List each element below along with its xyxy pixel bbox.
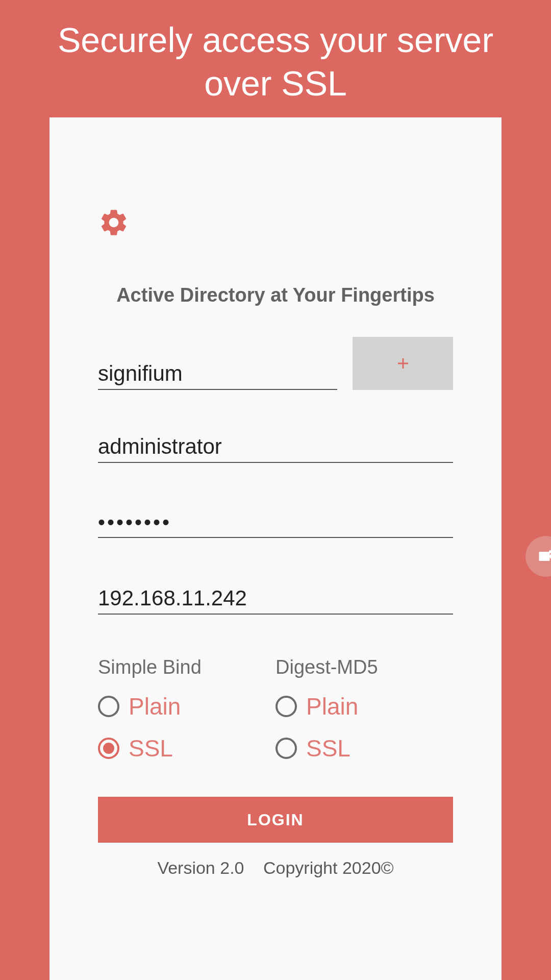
radio-simple-plain[interactable]: Plain [98,693,276,720]
radio-simple-ssl[interactable]: SSL [98,734,276,762]
tagline-text: Active Directory at Your Fingertips [98,284,453,306]
username-input[interactable] [98,428,453,463]
radio-icon [98,696,119,717]
add-button[interactable] [353,337,453,390]
radio-label-text: Plain [306,693,358,720]
video-camera-icon [537,547,551,566]
radio-label-text: SSL [129,734,173,762]
bind-options: Simple Bind Plain SSL Digest-MD5 Plain S… [98,656,453,776]
digest-md5-label: Digest-MD5 [276,656,453,678]
version-text: Version 2.0 [157,858,244,877]
domain-input[interactable] [98,355,337,390]
server-input[interactable] [98,580,453,615]
page-title: Securely access your server over SSL [0,0,551,117]
radio-label-text: SSL [306,734,350,762]
simple-bind-label: Simple Bind [98,656,276,678]
password-input[interactable]: •••••••• [98,505,453,538]
radio-digest-plain[interactable]: Plain [276,693,453,720]
gear-icon[interactable] [98,207,130,238]
login-card: Active Directory at Your Fingertips ••••… [49,117,502,980]
camera-fab[interactable] [525,536,551,577]
copyright-text: Copyright 2020© [263,858,394,877]
plus-icon [394,355,412,372]
radio-icon [276,738,297,759]
radio-label-text: Plain [129,693,181,720]
radio-icon [98,738,119,759]
login-button[interactable]: LOGIN [98,797,453,843]
radio-icon [276,696,297,717]
footer-text: Version 2.0 Copyright 2020© [98,858,453,878]
radio-digest-ssl[interactable]: SSL [276,734,453,762]
